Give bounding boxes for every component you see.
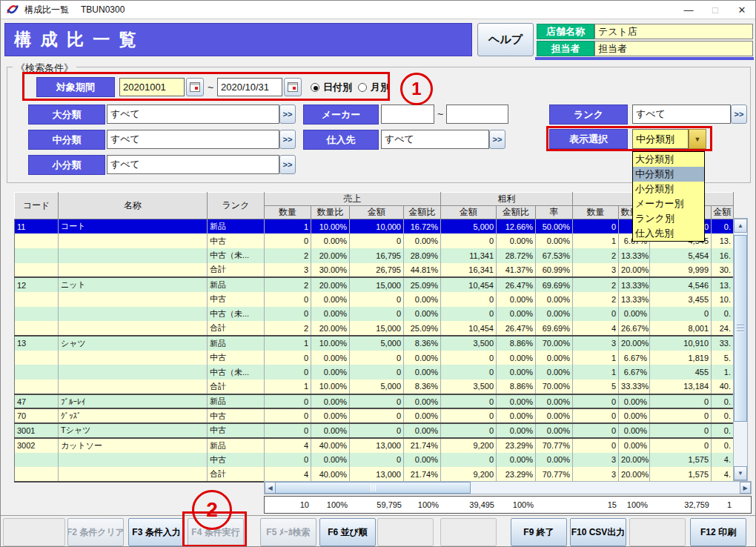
minimize-button[interactable]: — xyxy=(675,1,702,19)
display-option[interactable]: 大分類別 xyxy=(633,152,704,167)
display-option[interactable]: 小分類別 xyxy=(633,182,704,196)
fkey-f2-button: F2 条件クリア xyxy=(67,518,124,546)
table-row[interactable]: 3001Tシャツ中古00.00%00.00%00.00%0.00%00.00%0… xyxy=(15,423,734,438)
period-to-calendar-button[interactable] xyxy=(284,78,302,96)
fkey-f6-button[interactable]: F6 並び順 xyxy=(319,518,376,546)
cell-value: 1 xyxy=(265,379,311,394)
cell-value: 0.00% xyxy=(536,233,573,248)
cell-value: 9,200 xyxy=(441,467,497,482)
display-select-value[interactable]: 中分類別 xyxy=(632,129,689,149)
cell-value: 0.00% xyxy=(536,351,573,365)
table-row[interactable]: 12ニット新品220.00%15,00025.09%10,45426.47%69… xyxy=(15,277,734,292)
cell-value: 26,795 xyxy=(350,263,404,278)
cell-value: 9,999 xyxy=(650,263,712,278)
table-row[interactable]: 合計440.00%13,00021.74%9,20023.29%70.77%32… xyxy=(15,467,734,482)
supplier-input[interactable]: すべて xyxy=(381,130,489,149)
major-category-input[interactable]: すべて xyxy=(107,105,279,124)
dropdown-arrow-icon[interactable] xyxy=(689,129,706,149)
display-option[interactable]: ランク別 xyxy=(633,211,704,226)
table-row[interactable]: 47ﾌﾞﾙｰﾚｲ新品00.00%00.00%00.00%0.00%00.00%0… xyxy=(15,394,734,409)
cell-value: 5,000 xyxy=(350,336,404,351)
rank-expand-button[interactable]: >> xyxy=(731,105,747,124)
fkey-f5-button: F5 ﾒｰｶ検索 xyxy=(260,518,316,546)
vertical-scrollbar[interactable]: ▲ ▼ xyxy=(733,218,748,481)
cell-value: 0.00% xyxy=(536,423,573,438)
scroll-right-icon[interactable]: ▶ xyxy=(740,482,751,494)
cell-value: 3,455 xyxy=(650,292,712,307)
cell-value: 12.66% xyxy=(497,219,536,234)
page-title: 構 成 比 一 覧 xyxy=(4,23,472,56)
table-row[interactable]: 中古（未...00.00%00.00%00.00%0.00%16.67%4551… xyxy=(15,365,734,379)
fkey-f12-button[interactable]: F12 印刷 xyxy=(690,518,746,546)
cell-value: 13. xyxy=(712,233,734,248)
cell-value: 0 xyxy=(573,438,619,453)
cell-value: 6.67% xyxy=(619,351,650,365)
cell-value: 0.00% xyxy=(619,423,650,438)
cell-value: 0 xyxy=(265,453,311,468)
table-row[interactable]: 中古（未...00.00%00.00%00.00%0.00%00.00%00. xyxy=(15,307,734,322)
fkey-empty-slot xyxy=(3,518,65,546)
cell-rank: 合計 xyxy=(208,321,265,336)
table-row[interactable]: 中古00.00%00.00%00.00%0.00%16.67%4,54513. xyxy=(15,233,734,248)
vertical-scroll-thumb[interactable] xyxy=(734,235,747,422)
period-from-input[interactable]: 20201001 xyxy=(119,78,185,96)
fkey-f3-button[interactable]: F3 条件入力 xyxy=(128,518,185,546)
radio-daily[interactable]: 日付別 xyxy=(311,78,352,96)
table-row[interactable]: 3002カットソー新品440.00%13,00021.74%9,20023.29… xyxy=(15,438,734,453)
display-option[interactable]: 中分類別 xyxy=(633,167,704,182)
display-select-label: 表示選択 xyxy=(549,129,628,149)
table-row[interactable]: 11コート新品110.00%10,00016.72%5,00012.66%50.… xyxy=(15,219,734,234)
cell-value: 1 xyxy=(573,365,619,379)
horizontal-scroll-thumb[interactable] xyxy=(275,482,471,494)
major-category-expand-button[interactable]: >> xyxy=(279,105,296,124)
display-option[interactable]: 仕入先別 xyxy=(633,226,704,241)
cell-value: 25.09% xyxy=(404,321,441,336)
radio-monthly[interactable]: 月別 xyxy=(358,78,390,96)
app-window: { "window": { "title": "構成比一覧", "subtitl… xyxy=(0,0,756,547)
app-icon xyxy=(6,3,19,16)
table-row[interactable]: 70ｸﾞｯｽﾞ中古00.00%00.00%00.00%0.00%00.00%00… xyxy=(15,408,734,423)
cell-value: 1,575 xyxy=(650,453,712,468)
display-option[interactable]: メーカー別 xyxy=(633,196,704,211)
cell-value: 1,575 xyxy=(650,467,712,482)
column-header: 金額 xyxy=(441,206,497,219)
table-row[interactable]: 合計110.00%5,0008.36%3,5008.86%70.00%533.3… xyxy=(15,379,734,394)
header-divider xyxy=(535,57,754,60)
cell-value: 5. xyxy=(712,351,734,365)
cell-value: 0.00% xyxy=(497,233,536,248)
scroll-up-icon[interactable]: ▲ xyxy=(734,219,747,233)
scroll-left-icon[interactable]: ◀ xyxy=(265,482,276,494)
middle-category-expand-button[interactable]: >> xyxy=(279,130,296,149)
maker-to-input[interactable] xyxy=(446,105,508,124)
middle-category-input[interactable]: すべて xyxy=(107,130,279,149)
period-to-input[interactable]: 2020/10/31 xyxy=(217,78,282,96)
table-row[interactable]: 合計220.00%15,00025.09%10,45426.47%69.69%4… xyxy=(15,321,734,336)
help-button[interactable]: ヘルプ xyxy=(477,23,534,56)
minor-category-expand-button[interactable]: >> xyxy=(279,155,296,174)
column-group-header: 粗利 xyxy=(441,193,573,206)
table-row[interactable]: 合計330.00%26,79544.81%16,34141.37%60.99%3… xyxy=(15,263,734,278)
total-cell: 15 xyxy=(573,500,619,509)
table-row[interactable]: 中古00.00%00.00%00.00%0.00%16.67%1,8195. xyxy=(15,351,734,365)
period-from-calendar-button[interactable] xyxy=(186,78,204,96)
cell-value: 25.09% xyxy=(404,277,441,292)
table-row[interactable]: 中古00.00%00.00%00.00%0.00%320.00%1,5754. xyxy=(15,453,734,468)
title-bar: 構成比一覧 TBUN0300 — □ ✕ xyxy=(1,1,755,19)
table-row[interactable]: 中古（未...220.00%16,79528.09%11,34128.72%67… xyxy=(15,248,734,263)
close-button[interactable]: ✕ xyxy=(729,1,755,19)
minor-category-input[interactable]: すべて xyxy=(107,155,279,174)
rank-input[interactable]: すべて xyxy=(632,105,731,124)
cell-name xyxy=(59,307,208,322)
fkey-f10-button[interactable]: F10 CSV出力 xyxy=(570,518,626,546)
table-row[interactable]: 中古00.00%00.00%00.00%0.00%213.33%3,45510. xyxy=(15,292,734,307)
table-row[interactable]: 13シャツ新品110.00%5,0008.36%3,5008.86%70.00%… xyxy=(15,336,734,351)
cell-name: カットソー xyxy=(59,438,208,453)
cell-value: 69.69% xyxy=(536,321,573,336)
maker-from-input[interactable] xyxy=(381,105,434,124)
horizontal-scrollbar[interactable]: ◀ ▶ xyxy=(264,481,752,494)
scroll-down-icon[interactable]: ▼ xyxy=(734,466,747,480)
supplier-expand-button[interactable]: >> xyxy=(489,130,505,149)
fkey-f9-button[interactable]: F9 終了 xyxy=(511,518,567,546)
cell-value: 0.00% xyxy=(497,453,536,468)
maximize-button[interactable]: □ xyxy=(702,1,729,19)
